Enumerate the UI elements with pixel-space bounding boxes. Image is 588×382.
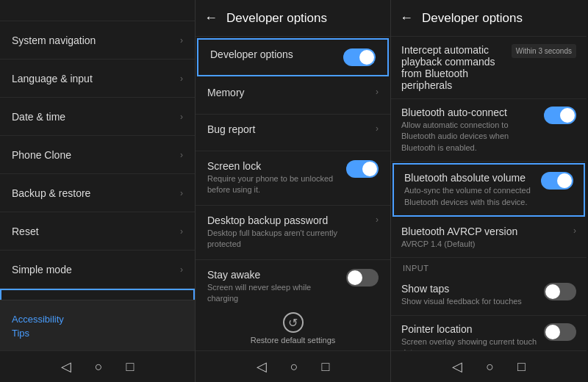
toggle-knob-pointer-location xyxy=(545,325,560,339)
toggle-knob-screen-lock xyxy=(362,162,377,176)
toggle-screen-lock[interactable] xyxy=(346,160,379,178)
restore-defaults-button[interactable]: ↺ Restore default settings xyxy=(196,306,390,350)
toggle-stay-awake[interactable] xyxy=(346,269,379,286)
right-item-subtitle-bluetooth-avrcp-version: AVRCP 1.4 (Default) xyxy=(401,239,567,250)
right-item-subtitle-bluetooth-absolute-volume: Auto-sync the volume of connected Blueto… xyxy=(404,185,535,208)
input-section-label: INPUT xyxy=(391,258,587,275)
restore-circle-icon: ↺ xyxy=(283,312,304,333)
toggle-developer-options-toggle[interactable] xyxy=(343,48,376,66)
right-panel-title: Developer options xyxy=(422,11,523,26)
left-item-label-backup-restore: Backup & restore xyxy=(12,187,90,199)
middle-item-bug-report[interactable]: Bug report › xyxy=(196,115,390,151)
right-panel-content: Intercept automatic playback commands fr… xyxy=(391,37,587,350)
middle-item-text-desktop-backup-password: Desktop backup password Desktop full bac… xyxy=(207,215,376,251)
left-item-label-phone-clone: Phone Clone xyxy=(12,149,71,161)
chevron-icon: › xyxy=(180,188,183,198)
right-back-nav[interactable]: ◁ xyxy=(452,358,462,375)
middle-back-nav[interactable]: ◁ xyxy=(257,358,267,375)
right-recents-nav[interactable]: □ xyxy=(517,359,526,375)
left-item-language-input[interactable]: Language & input › xyxy=(0,60,195,98)
middle-item-title-bug-report: Bug report xyxy=(207,123,370,135)
right-item-title-intercept-playback: Intercept automatic playback commands fr… xyxy=(401,44,506,91)
toggle-bluetooth-auto-connect[interactable] xyxy=(544,107,576,124)
left-item-label-language-input: Language & input xyxy=(12,73,93,84)
right-input-subtitle-pointer-location: Screen overlay showing current touch dat… xyxy=(401,336,538,350)
left-home-nav[interactable]: ○ xyxy=(95,359,103,375)
left-bottom-section: Accessibility Tips xyxy=(0,300,195,350)
chevron-icon: › xyxy=(180,35,183,46)
middle-item-memory[interactable]: Memory › xyxy=(196,78,390,115)
left-item-label-reset: Reset xyxy=(12,226,39,237)
right-panel: ← Developer options Intercept automatic … xyxy=(391,0,587,382)
left-item-phone-clone[interactable]: Phone Clone › xyxy=(0,136,195,174)
right-item-title-bluetooth-auto-connect: Bluetooth auto-connect xyxy=(401,107,538,118)
left-recents-nav[interactable]: □ xyxy=(126,359,135,375)
chevron-icon: › xyxy=(180,112,183,122)
middle-item-subtitle-screen-lock: Require your phone to be unlocked before… xyxy=(207,173,340,196)
right-item-bluetooth-absolute-volume[interactable]: Bluetooth absolute volume Auto-sync the … xyxy=(392,163,585,217)
middle-panel-header: ← Developer options xyxy=(196,0,390,37)
middle-item-stay-awake[interactable]: Stay awake Screen will never sleep while… xyxy=(196,260,390,306)
right-input-subtitle-show-taps: Show visual feedback for touches xyxy=(401,296,538,307)
left-item-system-navigation[interactable]: System navigation › xyxy=(0,21,195,60)
left-back-nav[interactable]: ◁ xyxy=(61,358,71,375)
left-item-label-system-navigation: System navigation xyxy=(12,35,96,46)
chevron-icon: › xyxy=(180,73,183,84)
right-item-text-bluetooth-auto-connect: Bluetooth auto-connect Allow automatic c… xyxy=(401,107,544,154)
middle-item-subtitle-stay-awake: Screen will never sleep while charging xyxy=(207,282,340,305)
badge-intercept-playback: Within 3 seconds xyxy=(512,44,576,58)
middle-item-text-bug-report: Bug report xyxy=(207,123,376,135)
middle-panel-title: Developer options xyxy=(226,11,327,26)
left-item-developer-options[interactable]: Developer options › xyxy=(0,289,195,300)
toggle-show-taps[interactable] xyxy=(544,283,576,300)
right-home-nav[interactable]: ○ xyxy=(486,359,494,375)
toggle-knob-developer-options-toggle xyxy=(359,50,374,65)
chevron-icon: › xyxy=(376,215,379,225)
tips-link[interactable]: Tips xyxy=(12,328,183,339)
chevron-icon: › xyxy=(376,87,379,97)
toggle-knob-show-taps xyxy=(545,284,560,299)
chevron-icon: › xyxy=(180,150,183,160)
middle-panel-content: Developer options Memory › Bug report › … xyxy=(196,37,390,306)
toggle-bluetooth-absolute-volume[interactable] xyxy=(541,172,573,190)
right-input-item-pointer-location[interactable]: Pointer location Screen overlay showing … xyxy=(391,316,587,350)
middle-item-text-memory: Memory xyxy=(207,87,376,98)
left-panel-content: System navigation › Language & input › D… xyxy=(0,21,195,300)
middle-back-button[interactable]: ← xyxy=(204,10,218,26)
right-input-text-show-taps: Show taps Show visual feedback for touch… xyxy=(401,283,544,307)
right-item-title-bluetooth-absolute-volume: Bluetooth absolute volume xyxy=(404,172,535,184)
chevron-icon: › xyxy=(376,123,379,134)
right-back-button[interactable]: ← xyxy=(400,10,413,26)
middle-item-title-memory: Memory xyxy=(207,87,370,98)
right-input-text-pointer-location: Pointer location Screen overlay showing … xyxy=(401,323,544,350)
toggle-knob-stay-awake xyxy=(348,270,362,285)
right-item-text-bluetooth-avrcp-version: Bluetooth AVRCP version AVRCP 1.4 (Defau… xyxy=(401,226,573,250)
middle-item-desktop-backup-password[interactable]: Desktop backup password Desktop full bac… xyxy=(196,206,390,260)
chevron-icon: › xyxy=(573,226,576,236)
middle-item-developer-options-toggle[interactable]: Developer options xyxy=(197,38,389,76)
accessibility-link[interactable]: Accessibility xyxy=(12,314,183,325)
middle-item-screen-lock[interactable]: Screen lock Require your phone to be unl… xyxy=(196,151,390,206)
middle-home-nav[interactable]: ○ xyxy=(290,359,298,375)
middle-item-title-developer-options-toggle: Developer options xyxy=(210,48,337,60)
middle-recents-nav[interactable]: □ xyxy=(322,359,330,375)
middle-item-text-stay-awake: Stay awake Screen will never sleep while… xyxy=(207,269,346,305)
toggle-pointer-location[interactable] xyxy=(544,323,576,341)
left-item-date-time[interactable]: Date & time › xyxy=(0,98,195,136)
restore-label: Restore default settings xyxy=(251,336,336,345)
right-item-intercept-playback[interactable]: Intercept automatic playback commands fr… xyxy=(391,37,587,99)
toggle-knob-bluetooth-auto-connect xyxy=(560,108,575,123)
right-item-bluetooth-avrcp-version[interactable]: Bluetooth AVRCP version AVRCP 1.4 (Defau… xyxy=(391,218,587,258)
middle-item-subtitle-desktop-backup-password: Desktop full backups aren't currently pr… xyxy=(207,228,370,251)
right-item-bluetooth-auto-connect[interactable]: Bluetooth auto-connect Allow automatic c… xyxy=(391,99,587,162)
middle-item-title-stay-awake: Stay awake xyxy=(207,269,340,281)
left-nav-bar: ◁ ○ □ xyxy=(0,350,195,382)
right-nav-bar: ◁ ○ □ xyxy=(391,350,587,382)
right-input-title-show-taps: Show taps xyxy=(401,283,538,295)
right-input-item-show-taps[interactable]: Show taps Show visual feedback for touch… xyxy=(391,275,587,315)
left-item-reset[interactable]: Reset › xyxy=(0,212,195,251)
left-item-simple-mode[interactable]: Simple mode › xyxy=(0,251,195,289)
left-item-backup-restore[interactable]: Backup & restore › xyxy=(0,174,195,212)
left-item-label-simple-mode: Simple mode xyxy=(12,264,72,275)
left-panel: System navigation › Language & input › D… xyxy=(0,0,196,382)
